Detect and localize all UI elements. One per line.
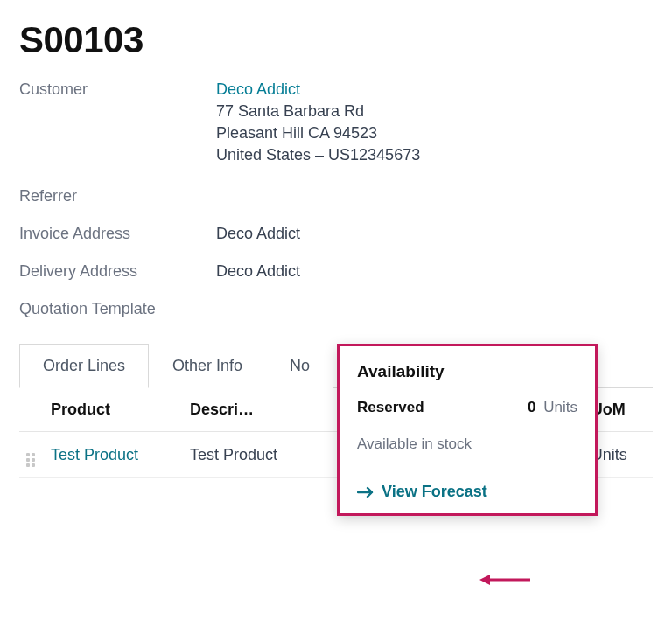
view-forecast-label: View Forecast: [382, 483, 487, 501]
page-title: S00103: [19, 19, 653, 61]
customer-address-line3: United States – US12345673: [216, 146, 420, 164]
field-customer: Customer Deco Addict 77 Santa Barbara Rd…: [19, 80, 653, 168]
col-description[interactable]: Descri…: [183, 388, 322, 432]
popover-reserved-row: Reserved 0 Units: [357, 399, 578, 416]
field-quotation-template: Quotation Template: [19, 300, 653, 318]
tab-other-info[interactable]: Other Info: [149, 344, 266, 388]
field-invoice-address: Invoice Address Deco Addict: [19, 225, 653, 243]
view-forecast-link[interactable]: View Forecast: [357, 483, 578, 501]
field-label-referrer: Referrer: [19, 187, 216, 206]
availability-popover: Availability Reserved 0 Units Available …: [337, 344, 598, 516]
annotation-arrow-icon: [480, 572, 532, 588]
field-label-quotation-template: Quotation Template: [19, 300, 216, 318]
field-label-invoice-address: Invoice Address: [19, 225, 216, 243]
field-label-delivery-address: Delivery Address: [19, 262, 216, 281]
field-referrer: Referrer: [19, 187, 653, 206]
popover-reserved-label: Reserved: [357, 399, 424, 416]
field-delivery-address: Delivery Address Deco Addict: [19, 262, 653, 281]
customer-address-line2: Pleasant Hill CA 94523: [216, 124, 420, 143]
delivery-address-value[interactable]: Deco Addict: [216, 262, 300, 281]
svg-marker-1: [480, 575, 490, 585]
popover-status: Available in stock: [357, 435, 578, 453]
invoice-address-value[interactable]: Deco Addict: [216, 225, 300, 243]
drag-handle-icon[interactable]: [26, 453, 35, 467]
arrow-right-icon: [357, 486, 374, 498]
field-label-customer: Customer: [19, 80, 216, 99]
col-product[interactable]: Product: [44, 388, 183, 432]
popover-reserved-unit: Units: [543, 399, 578, 415]
line-description: Test Product: [183, 432, 322, 478]
popover-title: Availability: [357, 362, 578, 381]
customer-link[interactable]: Deco Addict: [216, 80, 420, 99]
customer-address-line1: 77 Santa Barbara Rd: [216, 102, 420, 121]
line-product-link[interactable]: Test Product: [44, 432, 183, 478]
popover-reserved-value: 0: [528, 399, 536, 415]
tab-order-lines[interactable]: Order Lines: [19, 344, 149, 388]
tab-notes[interactable]: No: [266, 344, 333, 388]
